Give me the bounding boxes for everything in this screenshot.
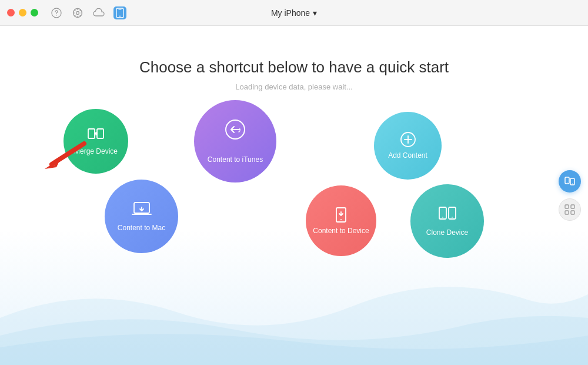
content-device-label: Content to Device [313, 227, 369, 236]
device-name: My iPhone [271, 8, 310, 18]
minimize-button[interactable] [19, 9, 26, 16]
content-itunes-label: Content to iTunes [208, 155, 263, 165]
add-content-button[interactable]: Add Content [374, 112, 442, 180]
close-button[interactable] [7, 9, 15, 16]
svg-rect-8 [97, 129, 103, 138]
content-to-mac-button[interactable]: Content to Mac [105, 180, 178, 253]
note-icon[interactable] [50, 6, 63, 19]
heading-section: Choose a shortcut below to have a quick … [0, 26, 588, 91]
svg-point-24 [572, 183, 573, 184]
settings-icon[interactable] [71, 6, 84, 19]
sub-heading: Loading device data, please wait... [0, 82, 588, 91]
maximize-button[interactable] [31, 9, 38, 16]
chevron-icon[interactable]: ▾ [313, 8, 317, 18]
cloud-icon[interactable] [92, 6, 105, 19]
svg-point-22 [567, 182, 567, 182]
svg-point-20 [452, 217, 453, 218]
content-to-device-button[interactable]: Content to Device [306, 185, 376, 256]
add-content-label: Add Content [388, 151, 427, 161]
clone-device-label: Clone Device [426, 228, 468, 238]
content-mac-label: Content to Mac [118, 224, 165, 233]
svg-point-18 [442, 217, 443, 218]
grid-view-button[interactable] [559, 198, 581, 221]
clone-device-button[interactable]: Clone Device [410, 184, 484, 258]
svg-rect-25 [565, 205, 569, 208]
traffic-lights [7, 9, 38, 16]
content-to-itunes-button[interactable]: ♪ Content to iTunes [194, 100, 276, 182]
titlebar-center: My iPhone ▾ [271, 8, 317, 18]
toolbar-icons [50, 6, 126, 19]
svg-rect-28 [571, 211, 574, 214]
svg-point-16 [340, 219, 342, 220]
main-content: Choose a shortcut below to have a quick … [0, 26, 588, 365]
device-icon[interactable] [113, 6, 126, 19]
right-sidebar [559, 170, 581, 221]
titlebar: My iPhone ▾ [0, 0, 588, 26]
svg-point-1 [56, 15, 56, 15]
svg-rect-7 [88, 129, 95, 138]
device-manage-button[interactable] [559, 170, 581, 193]
arrow-indicator [40, 141, 87, 179]
main-heading: Choose a shortcut below to have a quick … [0, 58, 588, 77]
svg-point-3 [76, 11, 79, 14]
svg-rect-27 [565, 211, 569, 214]
svg-rect-26 [571, 205, 574, 208]
svg-point-5 [119, 15, 121, 16]
shortcuts-container: Merge Device ♪ Content to iTunes Add [0, 97, 588, 309]
svg-text:♪: ♪ [238, 125, 242, 134]
